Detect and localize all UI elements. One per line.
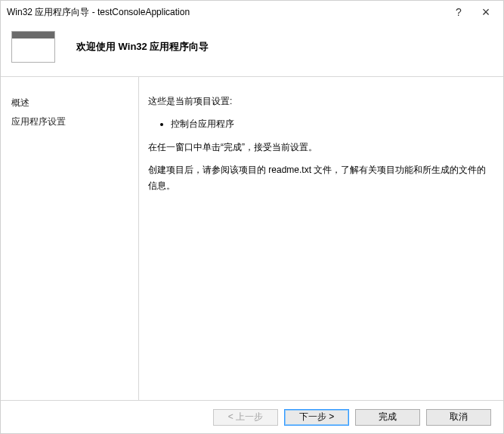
main-panel: 这些是当前项目设置: 控制台应用程序 在任一窗口中单击“完成”，接受当前设置。 …	[138, 77, 503, 400]
sidebar-item-overview[interactable]: 概述	[11, 94, 127, 112]
window-title: Win32 应用程序向导 - testConsoleApplication	[7, 6, 452, 19]
button-label: 完成	[379, 411, 397, 423]
intro-text: 这些是当前项目设置:	[148, 94, 488, 109]
next-button[interactable]: 下一步 >	[284, 409, 349, 426]
close-button[interactable]: ×	[479, 5, 493, 19]
settings-bullet-list: 控制台应用程序	[148, 116, 488, 131]
help-icon: ?	[456, 6, 462, 18]
help-button[interactable]: ?	[452, 5, 465, 19]
finish-button[interactable]: 完成	[355, 409, 420, 426]
close-icon: ×	[482, 5, 490, 20]
console-titlebar-icon	[12, 32, 54, 38]
previous-button: < 上一步	[213, 409, 278, 426]
button-label: 取消	[450, 411, 468, 423]
sidebar-item-label: 概述	[11, 97, 29, 108]
button-label: 下一步 >	[299, 411, 334, 423]
readme-text: 创建项目后，请参阅该项目的 readme.txt 文件，了解有关项目功能和所生成…	[148, 162, 488, 193]
console-window-icon	[11, 31, 55, 63]
wizard-window: Win32 应用程序向导 - testConsoleApplication ? …	[0, 0, 504, 434]
sidebar: 概述 应用程序设置	[1, 77, 138, 400]
sidebar-item-label: 应用程序设置	[11, 116, 66, 127]
list-item: 控制台应用程序	[171, 116, 488, 131]
content-area: 概述 应用程序设置 这些是当前项目设置: 控制台应用程序 在任一窗口中单击“完成…	[1, 77, 503, 400]
titlebar: Win32 应用程序向导 - testConsoleApplication ? …	[1, 1, 503, 23]
button-label: < 上一步	[228, 411, 263, 423]
header-banner: 欢迎使用 Win32 应用程序向导	[1, 23, 503, 77]
titlebar-controls: ? ×	[452, 5, 497, 19]
instruction-text: 在任一窗口中单击“完成”，接受当前设置。	[148, 140, 488, 155]
sidebar-item-app-settings[interactable]: 应用程序设置	[11, 112, 127, 131]
button-row: < 上一步 下一步 > 完成 取消	[1, 400, 503, 433]
banner-heading: 欢迎使用 Win32 应用程序向导	[76, 40, 209, 54]
cancel-button[interactable]: 取消	[426, 409, 491, 426]
